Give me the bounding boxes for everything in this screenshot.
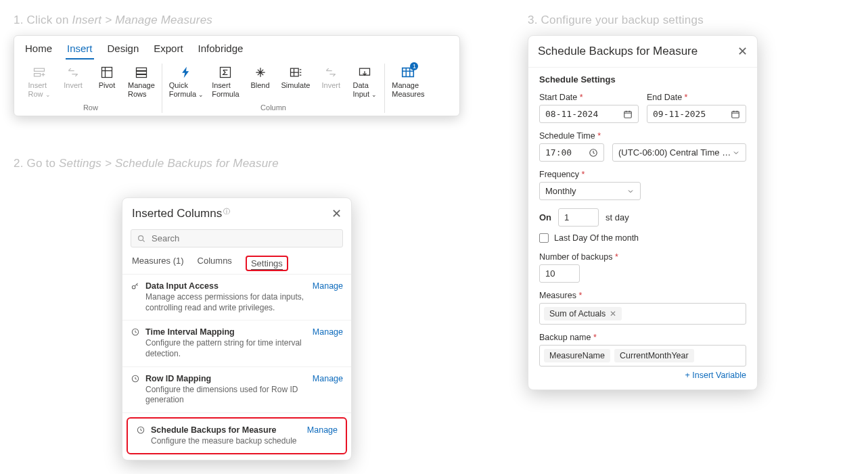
ribbon-btn-invert: Invert [315,64,346,99]
number-backups-input[interactable]: 10 [539,264,580,283]
blend-icon [253,65,268,80]
info-icon[interactable]: ⓘ [223,208,230,215]
manage-link[interactable]: Manage [307,425,338,447]
schedule-time-label: Schedule Time * [539,131,746,141]
measures-input[interactable]: Sum of Actuals ✕ [539,303,746,325]
setting-title: Data Input Access [145,281,307,291]
simulate-icon [288,65,303,80]
ribbon-tab-infobridge[interactable]: Infobridge [197,43,245,60]
ribbon-tab-export[interactable]: Export [152,43,184,60]
ribbon-btn-label: Blend [250,81,269,90]
variable-pill[interactable]: CurrentMonthYear [614,349,694,362]
setting-title: Schedule Backups for Measure [151,425,302,435]
svg-rect-3 [136,68,146,70]
ribbon-btn-manage-rows[interactable]: ManageRows [125,64,158,99]
invert-icon [66,65,81,80]
ribbon-btn-insert-formula[interactable]: InsertFormula [209,64,242,99]
svg-line-11 [143,240,145,242]
dialog-title: Schedule Backups for Measure [538,45,698,58]
pivot-icon [99,65,114,80]
remove-icon[interactable]: ✕ [610,309,616,318]
ribbon-tab-insert[interactable]: Insert [66,43,94,60]
clock-icon [131,327,140,359]
ribbon-btn-quick-formula[interactable]: QuickFormula ⌄ [166,64,206,99]
setting-desc: Configure the dimensions used for Row ID… [145,385,307,406]
section-title: Schedule Settings [539,74,746,85]
setting-desc: Configure the measure backup schedule [151,436,302,447]
start-date-input[interactable]: 08-11-2024 [539,105,639,123]
clock-icon [136,425,145,447]
on-day-input[interactable]: 1 [558,208,599,227]
ribbon-group-label: Column [260,99,286,113]
panel-tab-columns[interactable]: Columns [198,256,232,274]
search-icon [137,234,146,243]
chevron-down-icon [626,187,635,195]
manage-link[interactable]: Manage [313,327,343,359]
ribbon-btn-label: ManageMeasures [392,81,424,98]
manage-link[interactable]: Manage [313,281,343,313]
svg-rect-17 [732,111,739,117]
on-suffix: st day [606,212,629,222]
setting-item: Row ID MappingConfigure the dimensions u… [122,367,351,413]
calendar-icon [731,110,740,119]
setting-desc: Manage access permissions for data input… [145,292,307,313]
setting-desc: Configure the pattern string for time in… [145,338,307,359]
ribbon-btn-insert-row: InsertRow ⌄ [24,64,55,99]
svg-rect-0 [35,68,45,71]
clock-icon [131,374,140,406]
ribbon-btn-label: Pivot [99,81,115,90]
ribbon-btn-label: InsertFormula [212,81,239,98]
bolt-icon [179,65,193,80]
variable-pill[interactable]: MeasureName [544,349,610,362]
setting-title: Row ID Mapping [145,374,307,383]
ribbon-tab-home[interactable]: Home [24,43,53,60]
ribbon-btn-label: Invert [322,81,341,90]
backup-name-label: Backup name * [539,333,746,342]
close-icon[interactable]: ✕ [737,44,748,59]
step-one-label: 1. Click on Insert > Manage Measures [14,14,460,27]
rows-icon [134,65,149,80]
insert-variable-link[interactable]: + Insert Variable [539,371,746,380]
panel-tab-measures[interactable]: Measures (1) [132,256,184,274]
ribbon-btn-pivot[interactable]: Pivot [91,64,122,99]
inserted-columns-panel: Inserted Columnsⓘ ✕ Measures (1)ColumnsS… [122,197,352,460]
ribbon-btn-simulate[interactable]: Simulate [279,64,313,99]
frequency-select[interactable]: Monthly [539,182,641,200]
schedule-time-input[interactable]: 17:00 [539,143,604,162]
panel-tab-settings[interactable]: Settings [246,256,288,271]
on-label: On [539,212,551,222]
step-three-label: 3. Configure your backup settings [528,14,771,27]
last-day-label: Last Day Of the month [554,233,639,243]
setting-item: Schedule Backups for MeasureConfigure th… [127,417,347,455]
ribbon-btn-label: ManageRows [128,81,155,98]
backup-name-input[interactable]: MeasureName CurrentMonthYear [539,345,746,366]
end-date-input[interactable]: 09-11-2025 [647,105,746,123]
ribbon-btn-blend[interactable]: Blend [245,64,276,99]
ribbon-group-label: Row [83,99,98,113]
close-icon[interactable]: ✕ [332,206,342,221]
ribbon-btn-label: Invert [64,81,83,90]
row-plus-icon [32,65,47,80]
ribbon: HomeInsertDesignExportInfobridge InsertR… [14,35,460,116]
search-input-wrap[interactable] [131,229,343,247]
timezone-select[interactable]: (UTC-06:00) Central Time (US & [612,143,746,162]
ribbon-btn-invert: Invert [58,64,89,99]
number-backups-label: Number of backups * [539,252,746,262]
ribbon-btn-manage-measures[interactable]: ManageMeasures [389,64,427,99]
last-day-checkbox[interactable] [539,233,549,243]
input-icon [357,65,372,80]
svg-rect-4 [136,71,146,74]
measures-label: Measures * [539,291,746,300]
ribbon-btn-data-input[interactable]: DataInput ⌄ [349,64,380,99]
chevron-down-icon [732,149,740,157]
frequency-label: Frequency * [539,170,746,179]
svg-rect-2 [102,68,112,78]
ribbon-tab-design[interactable]: Design [106,43,141,60]
end-date-label: End Date * [647,93,746,102]
panel-title: Inserted Columns [132,207,222,220]
svg-rect-5 [136,74,146,77]
measure-pill[interactable]: Sum of Actuals ✕ [544,307,622,321]
manage-link[interactable]: Manage [313,374,343,406]
search-input[interactable] [150,233,337,244]
clock-icon [589,148,598,158]
